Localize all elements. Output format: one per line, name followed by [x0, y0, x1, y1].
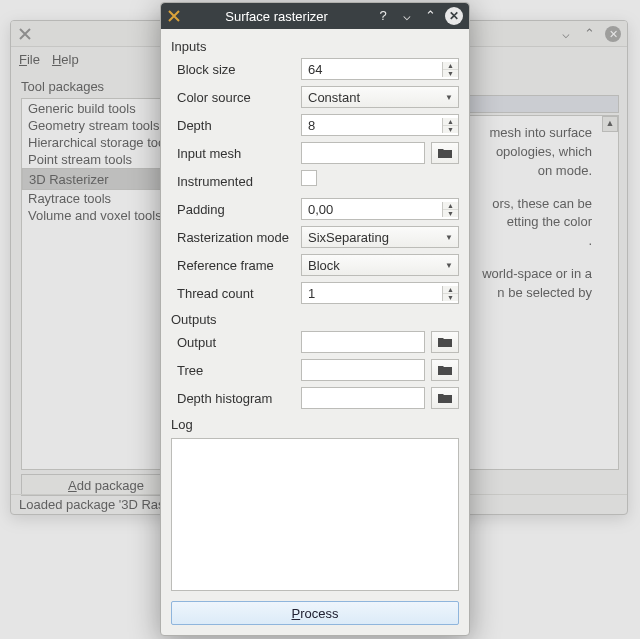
browse-button[interactable]: [431, 142, 459, 164]
step-up-icon[interactable]: ▲: [443, 286, 458, 294]
depth-histogram-label: Depth histogram: [177, 391, 293, 406]
scroll-up-icon[interactable]: ▲: [602, 116, 618, 132]
color-source-select[interactable]: Constant▼: [301, 86, 459, 108]
step-up-icon[interactable]: ▲: [443, 202, 458, 210]
thread-count-input[interactable]: 1▲▼: [301, 282, 459, 304]
tree-label: Tree: [177, 363, 293, 378]
input-mesh-field[interactable]: [301, 142, 425, 164]
depth-label: Depth: [177, 118, 293, 133]
instrumented-checkbox[interactable]: [301, 170, 317, 186]
thread-count-label: Thread count: [177, 286, 293, 301]
dialog-title: Surface rasterizer: [181, 9, 372, 24]
chevron-down-icon[interactable]: ⌵: [398, 7, 416, 25]
depth-input[interactable]: 8▲▼: [301, 114, 459, 136]
chevron-down-icon: ▼: [440, 93, 458, 102]
inputs-group-label: Inputs: [171, 39, 459, 54]
step-up-icon[interactable]: ▲: [443, 62, 458, 70]
rasterization-mode-label: Rasterization mode: [177, 230, 293, 245]
chevron-up-icon[interactable]: ⌃: [581, 25, 597, 41]
browse-button[interactable]: [431, 387, 459, 409]
close-icon[interactable]: ✕: [605, 26, 621, 42]
step-down-icon[interactable]: ▼: [443, 210, 458, 217]
chevron-up-icon[interactable]: ⌃: [421, 7, 439, 25]
browse-button[interactable]: [431, 359, 459, 381]
menu-file[interactable]: FFileile: [19, 52, 40, 67]
browse-button[interactable]: [431, 331, 459, 353]
process-button[interactable]: Process Process: [171, 601, 459, 625]
step-up-icon[interactable]: ▲: [443, 118, 458, 126]
rasterization-mode-select[interactable]: SixSeparating▼: [301, 226, 459, 248]
chevron-down-icon[interactable]: ⌵: [558, 25, 574, 41]
output-label: Output: [177, 335, 293, 350]
step-down-icon[interactable]: ▼: [443, 294, 458, 301]
dialog-surface-rasterizer: Surface rasterizer ? ⌵ ⌃ ✕ Inputs Block …: [160, 2, 470, 636]
log-group-label: Log: [171, 417, 459, 432]
chevron-down-icon: ▼: [440, 233, 458, 242]
log-textarea[interactable]: [171, 438, 459, 591]
step-down-icon[interactable]: ▼: [443, 70, 458, 77]
menu-help[interactable]: HHelpelp: [52, 52, 79, 67]
app-icon: [17, 26, 33, 42]
block-size-label: Block size: [177, 62, 293, 77]
input-mesh-label: Input mesh: [177, 146, 293, 161]
step-down-icon[interactable]: ▼: [443, 126, 458, 133]
tree-field[interactable]: [301, 359, 425, 381]
close-icon[interactable]: ✕: [445, 7, 463, 25]
dialog-titlebar: Surface rasterizer ? ⌵ ⌃ ✕: [161, 3, 469, 29]
depth-histogram-field[interactable]: [301, 387, 425, 409]
help-icon[interactable]: ?: [374, 7, 392, 25]
color-source-label: Color source: [177, 90, 293, 105]
reference-frame-select[interactable]: Block▼: [301, 254, 459, 276]
block-size-input[interactable]: 64▲▼: [301, 58, 459, 80]
padding-input[interactable]: 0,00▲▼: [301, 198, 459, 220]
outputs-group-label: Outputs: [171, 312, 459, 327]
padding-label: Padding: [177, 202, 293, 217]
chevron-down-icon: ▼: [440, 261, 458, 270]
reference-frame-label: Reference frame: [177, 258, 293, 273]
instrumented-label: Instrumented: [177, 174, 293, 189]
output-field[interactable]: [301, 331, 425, 353]
app-icon: [167, 9, 181, 23]
